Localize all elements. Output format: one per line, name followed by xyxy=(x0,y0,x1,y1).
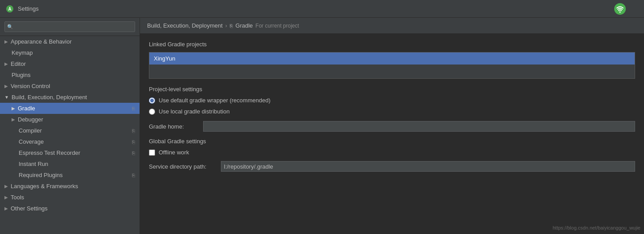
radio-row-local: Use local gradle distribution xyxy=(149,108,635,115)
window-title: Settings xyxy=(18,5,39,12)
breadcrumb-separator: › xyxy=(225,22,227,29)
nav-label: Keymap xyxy=(12,49,33,56)
search-bar: 🔍 xyxy=(0,18,140,36)
arrow-icon: ▶ xyxy=(4,39,8,44)
arrow-icon: ▶ xyxy=(12,117,15,122)
nav-item-instant-run[interactable]: Instant Run xyxy=(0,158,140,169)
radio-default-wrapper[interactable] xyxy=(149,97,155,104)
arrow-icon: ▶ xyxy=(4,61,8,66)
nav-label: Version Control xyxy=(11,83,50,89)
nav-item-version-control[interactable]: ▶ Version Control xyxy=(0,81,140,92)
nav-item-required-plugins[interactable]: Required Plugins ⎘ xyxy=(0,169,140,181)
service-dir-label: Service directory path: xyxy=(149,163,216,170)
app-icon: A xyxy=(5,4,14,13)
copy-icon: ⎘ xyxy=(132,150,135,156)
global-gradle-label: Global Gradle settings xyxy=(149,138,635,145)
nav-label: Espresso Test Recorder xyxy=(19,149,80,156)
copy-icon: ⎘ xyxy=(132,139,135,145)
nav-label: Coverage xyxy=(19,138,44,145)
nav-label: Instant Run xyxy=(19,161,48,167)
for-project-label: For current project xyxy=(256,23,299,29)
nav-item-languages[interactable]: ▶ Languages & Frameworks xyxy=(0,181,140,192)
nav-label: Debugger xyxy=(18,116,43,123)
gradle-home-label: Gradle home: xyxy=(149,123,198,130)
copy-icon: ⎘ xyxy=(132,173,135,178)
offline-work-checkbox[interactable] xyxy=(149,149,155,156)
nav-label: Plugins xyxy=(12,72,31,78)
content-panel: Build, Execution, Deployment › ⎘ Gradle … xyxy=(140,18,644,234)
page-icon: ⎘ xyxy=(230,23,233,28)
nav-label: Required Plugins xyxy=(19,172,63,178)
content-body: Linked Gradle projects XingYun Project-l… xyxy=(140,34,644,179)
sidebar: 🔍 ▶ Appearance & Behavior Keymap ▶ Edito… xyxy=(0,18,140,234)
copy-icon: ⎘ xyxy=(132,106,135,111)
nav-label: Compiler xyxy=(19,127,42,134)
radio-default-wrapper-label: Use default gradle wrapper (recommended) xyxy=(159,97,270,104)
service-dir-input[interactable] xyxy=(221,161,635,172)
nav-item-appearance[interactable]: ▶ Appearance & Behavior xyxy=(0,36,140,47)
arrow-icon: ▶ xyxy=(4,184,8,189)
nav-item-editor[interactable]: ▶ Editor xyxy=(0,58,140,69)
radio-local[interactable] xyxy=(149,109,155,115)
watermark: https://blog.csdn.net/baiyicanggou_wujie xyxy=(552,225,640,230)
breadcrumb: Build, Execution, Deployment › ⎘ Gradle … xyxy=(140,18,644,34)
radio-row-default-wrapper: Use default gradle wrapper (recommended) xyxy=(149,97,635,104)
arrow-icon: ▶ xyxy=(4,84,8,89)
project-list-item[interactable]: XingYun xyxy=(149,52,635,65)
offline-work-row: Offline work xyxy=(149,149,635,156)
breadcrumb-current: ⎘ Gradle xyxy=(230,22,253,29)
nav-item-plugins[interactable]: Plugins xyxy=(0,69,140,81)
svg-point-3 xyxy=(620,12,621,13)
arrow-icon: ▼ xyxy=(4,95,9,100)
nav-item-keymap[interactable]: Keymap xyxy=(0,47,140,58)
linked-projects-label: Linked Gradle projects xyxy=(149,41,635,48)
nav-label: Tools xyxy=(11,194,24,201)
breadcrumb-path: Build, Execution, Deployment xyxy=(147,22,223,29)
copy-icon: ⎘ xyxy=(132,128,135,133)
project-list: XingYun xyxy=(149,52,635,79)
nav-label: Editor xyxy=(11,61,26,67)
title-bar: A Settings xyxy=(0,0,644,18)
search-icon: 🔍 xyxy=(7,24,13,30)
offline-work-label: Offline work xyxy=(159,149,189,156)
nav-item-espresso[interactable]: Espresso Test Recorder ⎘ xyxy=(0,147,140,158)
nav-label: Languages & Frameworks xyxy=(11,183,78,190)
nav-item-compiler[interactable]: Compiler ⎘ xyxy=(0,125,140,136)
nav-label: Gradle xyxy=(18,105,35,112)
arrow-icon: ▶ xyxy=(12,106,15,111)
nav-label: Appearance & Behavior xyxy=(11,38,72,45)
nav-item-debugger[interactable]: ▶ Debugger xyxy=(0,114,140,125)
svg-point-2 xyxy=(614,3,626,15)
gradle-home-input[interactable] xyxy=(203,121,635,132)
wifi-icon xyxy=(614,3,626,16)
nav-item-build[interactable]: ▼ Build, Execution, Deployment xyxy=(0,92,140,103)
nav-item-tools[interactable]: ▶ Tools xyxy=(0,192,140,203)
nav-label: Build, Execution, Deployment xyxy=(12,94,87,101)
nav-item-other[interactable]: ▶ Other Settings xyxy=(0,203,140,214)
service-dir-row: Service directory path: xyxy=(149,161,635,172)
nav-label: Other Settings xyxy=(11,205,48,212)
arrow-icon: ▶ xyxy=(4,206,8,211)
project-level-settings-label: Project-level settings xyxy=(149,86,635,93)
radio-local-label: Use local gradle distribution xyxy=(159,108,230,115)
nav-item-gradle[interactable]: ▶ Gradle ⎘ xyxy=(0,103,140,114)
arrow-icon: ▶ xyxy=(4,195,8,200)
gradle-home-row: Gradle home: xyxy=(149,121,635,132)
search-input[interactable] xyxy=(4,21,135,32)
nav-item-coverage[interactable]: Coverage ⎘ xyxy=(0,136,140,147)
radio-group: Use default gradle wrapper (recommended)… xyxy=(149,97,635,115)
main-container: 🔍 ▶ Appearance & Behavior Keymap ▶ Edito… xyxy=(0,18,644,234)
svg-text:A: A xyxy=(8,7,11,12)
